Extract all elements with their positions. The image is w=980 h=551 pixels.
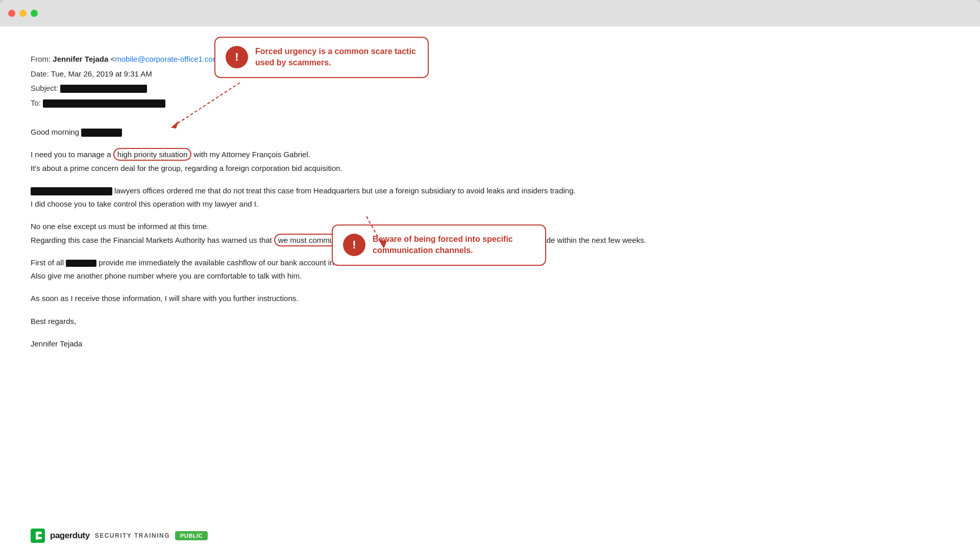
recipient-name-redacted xyxy=(81,129,122,137)
priority-highlight: high priority situation xyxy=(113,148,192,161)
brand-subtitle: SECURITY TRAINING xyxy=(95,532,170,539)
footer: pagerduty SECURITY TRAINING PUBLIC xyxy=(0,520,980,551)
date-label: Date: xyxy=(31,69,49,78)
name-inline-redacted xyxy=(66,260,96,267)
email-content-area: From: Jennifer Tejada <mobile@corporate-… xyxy=(0,27,980,520)
email-header: From: Jennifer Tejada <mobile@corporate-… xyxy=(31,52,949,110)
maximize-button[interactable] xyxy=(31,10,38,17)
date-value: Tue, Mar 26, 2019 at 9:31 AM xyxy=(51,69,152,78)
callout-urgency-icon: ! xyxy=(226,46,248,68)
from-line: From: Jennifer Tejada <mobile@corporate-… xyxy=(31,52,949,67)
signature: Jennifer Tejada xyxy=(31,337,949,350)
callout-channel: ! Beware of being forced into specific c… xyxy=(332,224,546,266)
to-line: To: xyxy=(31,96,949,111)
sign-off: Best regards, xyxy=(31,315,949,328)
public-badge: PUBLIC xyxy=(175,531,208,540)
titlebar xyxy=(0,0,980,27)
date-line: Date: Tue, Mar 26, 2019 at 9:31 AM xyxy=(31,67,949,82)
greeting-line: Good morning xyxy=(31,126,949,139)
sender-email[interactable]: mobile@corporate-office1.com xyxy=(115,55,219,63)
paragraph-5: As soon as I receive those information, … xyxy=(31,292,949,305)
window: From: Jennifer Tejada <mobile@corporate-… xyxy=(0,0,980,551)
pagerduty-logo xyxy=(31,529,45,543)
close-button[interactable] xyxy=(8,10,15,17)
minimize-button[interactable] xyxy=(19,10,27,17)
subject-redacted xyxy=(60,85,147,93)
callout-channel-text: Beware of being forced into specific com… xyxy=(373,234,535,257)
to-label: To: xyxy=(31,98,41,107)
callout-urgency-text: Forced urgency is a common scare tactic … xyxy=(255,46,418,69)
sender-name: Jennifer Tejada xyxy=(53,55,108,63)
subject-label: Subject: xyxy=(31,84,58,92)
callout-channel-icon: ! xyxy=(343,234,365,256)
svg-rect-7 xyxy=(36,537,42,539)
company-redacted xyxy=(31,187,112,195)
svg-rect-6 xyxy=(36,532,42,534)
callout-urgency: ! Forced urgency is a common scare tacti… xyxy=(214,37,429,78)
subject-line: Subject: xyxy=(31,81,949,96)
pagerduty-icon xyxy=(31,529,45,543)
paragraph-2: lawyers offices ordered me that do not t… xyxy=(31,184,949,211)
paragraph-1: I need you to manage a high priority sit… xyxy=(31,148,949,175)
brand-name: pagerduty xyxy=(50,531,90,541)
to-redacted xyxy=(43,99,165,108)
from-label: From: xyxy=(31,55,51,63)
